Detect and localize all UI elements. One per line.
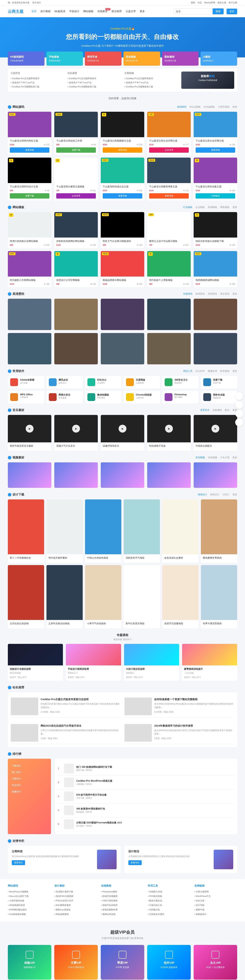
rank-tab[interactable]: 热门排行 <box>12 769 47 776</box>
music-card[interactable]: ▶中国风古典配乐 <box>194 415 237 451</box>
special-card[interactable]: 云商科技专注WordPress主题开发 提供优质的网站建设解决方案和技术支持服务… <box>8 846 121 873</box>
rank-item[interactable]: 5云商主题 2024新版Procreate笔刷合集 v2.0设计素材 · 254… <box>58 817 234 831</box>
info-link[interactable]: • 某某用户下单了xxx产品 <box>124 81 177 85</box>
design-card[interactable]: 暖色麋鹿冬季插画 <box>201 500 237 563</box>
music-card[interactable]: ▶科技感电子音效 <box>147 415 191 451</box>
category-card[interactable]: 手绘插画高清精品素材 <box>46 51 83 66</box>
product-card[interactable]: 荐千山暮雪云商时尚设计主题¥99👁 98免费下载 <box>8 158 51 200</box>
tab-item[interactable]: 音效素材 <box>212 409 222 412</box>
category-card[interactable]: 图标素材免扣网页元素 <box>162 51 199 66</box>
music-card[interactable]: ▶轻快节奏背景音乐素材 <box>8 415 51 451</box>
product-card[interactable]: NEW高端品牌展示网站模板¥168👁 223 <box>101 251 144 287</box>
software-card[interactable]: 百度网盘云端存储 <box>124 376 160 388</box>
software-card[interactable]: 微信电脑版即时通讯 <box>85 391 121 403</box>
nav-item[interactable]: 更多 <box>140 10 145 13</box>
footer-link[interactable]: • 小程序源码合集 <box>8 899 51 903</box>
design-card[interactable]: 中国山水画蓝色海报 <box>85 500 121 563</box>
vip-card[interactable]: 季度VIP¥79/季 更划算 <box>101 945 144 980</box>
tab-item[interactable]: 配乐 <box>225 409 229 412</box>
tab-item[interactable]: emlog模板 <box>204 105 215 108</box>
footer-link[interactable]: • Photoshop教程 <box>101 889 144 894</box>
category-card[interactable]: 商用字体商用授权字体 <box>85 51 121 66</box>
video-card[interactable] <box>194 462 237 488</box>
wallpaper-card[interactable] <box>194 333 237 364</box>
software-card[interactable]: 腾讯会议远程办公 <box>46 376 83 388</box>
nav-item[interactable]: 云盘分享 <box>126 10 136 13</box>
software-card[interactable]: 网易云音乐音乐播放 <box>46 391 83 403</box>
float-qq-icon[interactable] <box>235 392 243 400</box>
nav-item[interactable]: 8K超高清 <box>54 10 65 13</box>
info-link[interactable]: • CeoMax-Pro正式版即将发布 <box>68 76 121 81</box>
product-card[interactable]: NEW千山暮雪云商创意工作室¥99👁 88免费下载 <box>54 112 98 154</box>
category-card[interactable]: UI素材app界面设计 <box>200 51 237 66</box>
search-button[interactable]: 搜索 <box>213 8 224 14</box>
tab-item[interactable]: 动漫壁纸 <box>183 292 192 296</box>
wallpaper-card[interactable] <box>101 299 144 330</box>
product-card[interactable]: 荐千山暮雪云商视频展示主题¥299👁 256查看详情 <box>101 112 144 154</box>
card-action-button[interactable]: 查看详情 <box>103 193 142 199</box>
rank-item[interactable]: 4366 款高清4K壁纸素材打包壁纸素材 · 2987次 <box>58 803 234 817</box>
design-card[interactable]: 冬季卡通雪景插画 <box>201 565 237 628</box>
vip-card[interactable]: 包年VIP¥199/年 超值推荐 <box>147 945 191 980</box>
tab-item[interactable]: 电商设计 <box>210 493 220 496</box>
product-card[interactable]: HOT时尚摄影工作室网站模板¥118👁 198 <box>8 251 51 287</box>
design-card[interactable]: 小寒节气传统插画 <box>85 565 121 628</box>
nav-item[interactable]: 网站模板 <box>83 10 94 13</box>
product-card[interactable]: HOT千山暮雪科技感企业主题¥259👁 166查看详情 <box>101 158 144 200</box>
play-icon[interactable]: ▶ <box>25 425 33 433</box>
card-action-button[interactable]: 查看详情 <box>103 147 142 153</box>
info-link[interactable]: • CeoMax-Pro功能预告第三版 <box>11 85 64 89</box>
tab-item[interactable]: 系统工具 <box>183 369 192 373</box>
footer-link[interactable]: • 免扣PNG元素素材 <box>54 894 97 899</box>
footer-link[interactable]: • 插画手绘训练营 <box>101 903 144 907</box>
footer-link[interactable]: • WordPress中文 <box>194 894 237 899</box>
footer-link[interactable]: • 配色方案生成 <box>148 899 191 903</box>
design-card[interactable]: 金色圣诞礼盒素材 <box>162 500 199 563</box>
product-card[interactable]: HOT千山暮雪云商企业官网主题¥199👁 143查看详情 <box>194 112 237 154</box>
info-link[interactable]: • CeoMax-Pro正式版即将发布 <box>124 76 177 81</box>
card-action-button[interactable]: 免费下载 <box>56 147 96 153</box>
footer-link[interactable]: • 站长之家 <box>194 899 237 903</box>
product-card[interactable]: VIP极简主义设计作品展示模板VIP👁 267 <box>147 212 191 248</box>
tab-item[interactable]: 动画视频 <box>208 456 217 459</box>
news-item[interactable]: 如何快速搭建一个资源下载站完整教程本文详细介绍使用WordPress配合CeoM… <box>124 695 234 718</box>
special-card[interactable]: 设计前沿分享最新的设计趋势和优秀作品 汇聚全球顶尖设计师的创意灵感查看专栏 <box>124 846 237 873</box>
info-link[interactable]: • 某某用户下单了xxx产品 <box>68 81 121 85</box>
wallpaper-card[interactable] <box>147 333 191 364</box>
tab-item[interactable]: 办公软件 <box>196 369 205 373</box>
login-button[interactable]: 登录 <box>227 9 237 14</box>
play-icon[interactable]: ▶ <box>72 425 80 433</box>
footer-link[interactable]: • 正则表达式测试 <box>148 912 191 916</box>
product-card[interactable]: 荐纯净白色风格企业网站模板¥88👁 234 <box>8 212 51 248</box>
product-card[interactable]: 荐响应式多用途企业模板下载¥158👁 145 <box>194 212 237 248</box>
card-action-button[interactable]: 会员专享 <box>149 147 189 153</box>
play-icon[interactable]: ▶ <box>119 425 126 433</box>
design-card[interactable]: 元旦狂欢红色促销 <box>8 565 44 628</box>
video-card[interactable] <box>101 462 144 488</box>
wallpaper-card[interactable] <box>8 333 51 364</box>
product-card[interactable]: HOT千山暮雪云商简约商务主题¥199👁 132查看详情 <box>8 112 51 154</box>
video-card[interactable] <box>147 462 191 488</box>
wallpaper-card[interactable] <box>194 299 237 330</box>
tab-item[interactable]: 商城模板 <box>208 205 217 209</box>
tab-item[interactable]: 更多 <box>232 105 237 108</box>
software-card[interactable]: 360安全卫士系统防护 <box>162 376 199 388</box>
tab-item[interactable]: 更多 <box>232 369 237 373</box>
news-item[interactable]: 2024年最值得学习的设计软件推荐盘点2024年设计师必备的设计软件工具包括UI… <box>124 722 234 744</box>
footer-link[interactable]: • Vue前端项目模板 <box>8 912 51 916</box>
music-card[interactable]: ▶震撼大气片头音乐 <box>54 415 98 451</box>
card-action-button[interactable]: 免费下载 <box>10 193 49 199</box>
footer-link[interactable]: • 代码格式化 <box>148 907 191 912</box>
card-action-button[interactable]: 立即购买 <box>196 193 235 199</box>
tab-item[interactable]: 更多 <box>232 292 237 296</box>
wallpaper-card[interactable] <box>8 299 51 330</box>
card-action-button[interactable]: 会员专享 <box>56 193 96 199</box>
footer-link[interactable]: • 电商运营实战 <box>101 912 144 916</box>
category-card[interactable]: 原创模板网站定制开发 <box>124 51 160 66</box>
product-card[interactable]: HOT深色科技风格网站整站模板¥128👁 156 <box>54 212 98 248</box>
video-card[interactable] <box>8 462 51 488</box>
news-item[interactable]: 网站SEO优化实战技巧分享提升排名分享几个实用的网站SEO优化技巧帮助你的网站在… <box>11 722 121 744</box>
design-card[interactable]: 圣诞节日温馨海报 <box>162 565 199 628</box>
card-action-button[interactable]: 查看详情 <box>10 147 49 153</box>
topic-card[interactable]: UI设计就业实战班高薪就业共24节 · 789人学习 <box>124 644 179 681</box>
